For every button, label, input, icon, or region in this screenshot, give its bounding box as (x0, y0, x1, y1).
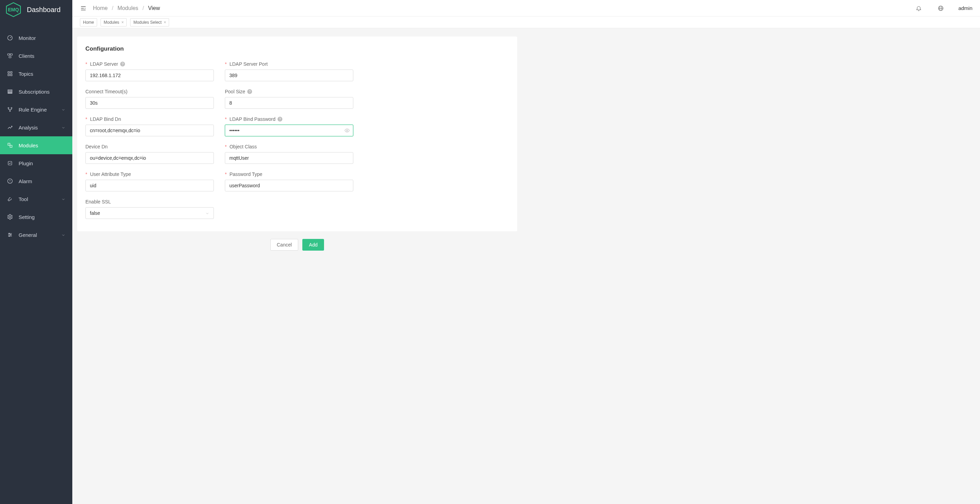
sidebar-item-analysis[interactable]: Analysis (0, 118, 72, 136)
svg-point-15 (10, 111, 11, 111)
label-text: Enable SSL (85, 199, 111, 205)
svg-rect-10 (8, 90, 12, 91)
sidebar-item-alarm[interactable]: Alarm (0, 172, 72, 190)
label-text: LDAP Bind Password (229, 116, 275, 122)
label-user-attr-type: * User Attribute Type (85, 172, 214, 177)
main: Home/Modules/View admin HomeModules×Modu… (72, 0, 980, 504)
help-icon[interactable]: ? (120, 62, 125, 67)
analysis-icon (7, 124, 13, 130)
input-bind-dn[interactable] (85, 125, 214, 136)
help-icon[interactable]: ? (247, 89, 252, 94)
sidebar-item-tool[interactable]: Tool (0, 190, 72, 208)
rule-icon (7, 107, 13, 113)
svg-point-22 (9, 216, 11, 218)
input-password-type[interactable] (225, 180, 353, 191)
label-device-dn: Device Dn (85, 144, 214, 149)
label-object-class: * Object Class (225, 144, 353, 149)
input-object-class[interactable] (225, 152, 353, 164)
sidebar-item-label: Analysis (19, 125, 56, 130)
sidebar-collapse-icon[interactable] (80, 5, 87, 12)
sidebar-item-label: Modules (19, 143, 65, 148)
input-ldap-server[interactable] (85, 70, 214, 81)
close-icon[interactable]: × (164, 20, 166, 25)
sidebar-item-modules[interactable]: Modules (0, 136, 72, 154)
required-asterisk: * (85, 172, 87, 177)
label-text: User Attribute Type (90, 172, 131, 177)
clients-icon (7, 52, 13, 59)
config-form: * LDAP Server ? * LDAP Server Port (85, 61, 509, 219)
chevron-down-icon (205, 211, 209, 215)
sidebar-item-label: Subscriptions (19, 89, 65, 95)
input-ldap-port[interactable] (225, 70, 353, 81)
modules-icon (7, 142, 13, 148)
add-button[interactable]: Add (302, 239, 324, 251)
breadcrumb-separator: / (143, 5, 144, 11)
sidebar-item-subscriptions[interactable]: Subscriptions (0, 83, 72, 100)
field-bind-dn: * LDAP Bind Dn (85, 116, 214, 136)
bell-icon[interactable] (916, 5, 922, 11)
svg-rect-12 (8, 93, 12, 94)
field-enable-ssl: Enable SSL false (85, 199, 214, 219)
svg-point-21 (10, 182, 10, 183)
tag-label: Modules (103, 20, 119, 25)
close-icon[interactable]: × (121, 20, 124, 25)
sidebar-item-label: Plugin (19, 161, 65, 166)
alarm-icon (7, 178, 13, 184)
cancel-button[interactable]: Cancel (270, 239, 299, 251)
svg-rect-3 (8, 54, 10, 56)
svg-rect-8 (8, 74, 10, 76)
label-enable-ssl: Enable SSL (85, 199, 214, 205)
sidebar-item-setting[interactable]: Setting (0, 208, 72, 226)
user-menu[interactable]: admin (958, 5, 972, 11)
sidebar-item-clients[interactable]: Clients (0, 47, 72, 65)
svg-rect-5 (9, 56, 11, 58)
eye-icon[interactable] (344, 128, 350, 133)
sidebar-item-label: Tool (19, 196, 56, 202)
label-connect-timeout: Connect Timeout(s) (85, 89, 214, 94)
help-icon[interactable]: ? (278, 117, 282, 121)
svg-point-13 (8, 107, 9, 108)
input-device-dn[interactable] (85, 152, 214, 164)
tag-modules-select[interactable]: Modules Select× (130, 18, 169, 27)
tag-home[interactable]: Home (80, 18, 97, 27)
sidebar-item-plugin[interactable]: Plugin (0, 154, 72, 172)
chevron-down-icon (61, 125, 65, 129)
config-card: Configuration * LDAP Server ? * LDAP Ser… (77, 37, 517, 231)
label-text: LDAP Bind Dn (90, 116, 121, 122)
select-enable-ssl[interactable]: false (85, 207, 214, 219)
svg-rect-9 (11, 74, 13, 76)
sidebar-item-label: Monitor (19, 35, 65, 41)
form-actions: Cancel Add (77, 239, 517, 251)
label-bind-dn: * LDAP Bind Dn (85, 116, 214, 122)
field-device-dn: Device Dn (85, 144, 214, 164)
breadcrumb-modules[interactable]: Modules (118, 5, 138, 11)
input-pool-size[interactable] (225, 97, 353, 109)
input-connect-timeout[interactable] (85, 97, 214, 109)
brand[interactable]: EMQ Dashboard (0, 0, 72, 19)
card-title: Configuration (85, 45, 509, 52)
brand-title: Dashboard (27, 6, 60, 14)
label-password-type: * Password Type (225, 172, 353, 177)
input-user-attr-type[interactable] (85, 180, 214, 191)
general-icon (7, 232, 13, 238)
input-wrap-bind-password (225, 125, 353, 136)
sidebar-item-topics[interactable]: Topics (0, 65, 72, 83)
svg-rect-16 (8, 143, 10, 145)
sidebar: EMQ Dashboard MonitorClientsTopicsSubscr… (0, 0, 72, 504)
input-bind-password[interactable] (225, 125, 353, 136)
globe-icon[interactable] (938, 5, 944, 11)
label-text: Device Dn (85, 144, 108, 149)
svg-point-26 (9, 233, 10, 234)
label-text: LDAP Server (90, 61, 118, 67)
breadcrumb-home[interactable]: Home (93, 5, 108, 11)
chevron-down-icon (61, 233, 65, 237)
chevron-down-icon (61, 197, 65, 201)
plugin-icon (7, 160, 13, 166)
svg-rect-4 (10, 54, 13, 56)
tag-label: Home (83, 20, 94, 25)
sidebar-item-monitor[interactable]: Monitor (0, 29, 72, 47)
tag-modules[interactable]: Modules× (100, 18, 127, 27)
label-text: Pool Size (225, 89, 245, 94)
sidebar-item-general[interactable]: General (0, 226, 72, 244)
sidebar-item-rule-engine[interactable]: Rule Engine (0, 100, 72, 118)
